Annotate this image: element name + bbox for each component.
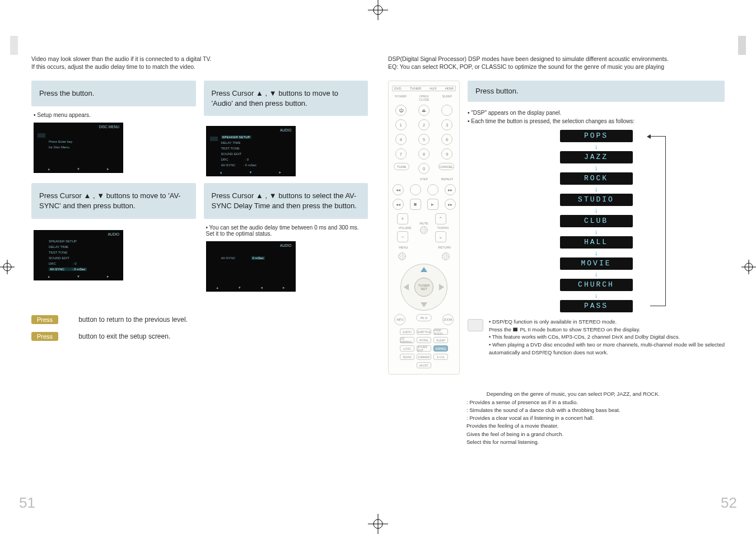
remote-source-row: DVDTUNERAUXHDMI <box>392 86 456 91</box>
dpad-up-icon <box>421 267 427 272</box>
tune-down-icon: ⌄ <box>435 231 446 242</box>
right-columns: DVDTUNERAUXHDMI POWER OPEN/ CLOSE SLEEP … <box>388 81 725 374</box>
step4-box: Press Cursor ▲ , ▼ buttons to select the… <box>204 183 368 218</box>
mode-jazz: JAZZ <box>560 151 633 163</box>
crop-mark-right <box>741 260 756 274</box>
dpad-left-icon <box>404 284 409 291</box>
next-icon: ▸▸ <box>445 184 456 195</box>
dsp-bullets: • "DSP" appears on the display panel. • … <box>468 109 725 125</box>
dsp-mode-flow: POPS↓ JAZZ↓ ROCK↓ STUDIO↓ CLUB↓ HALL↓ MO… <box>535 130 658 312</box>
step3-text-b: button. <box>113 202 136 210</box>
side-tab-right <box>738 36 746 55</box>
return-pill: Press <box>31 315 58 324</box>
step1-text-b: button. <box>72 89 95 97</box>
osd-step2: AUDIO SPEAKER SETUP DELAY TIME TEST TONE… <box>206 126 296 176</box>
right-main: Press button. • "DSP" appears on the dis… <box>468 81 725 374</box>
power-icon: ⏻ <box>395 105 407 116</box>
right-intro-line2: EQ: You can select ROCK, POP, or CLASSIC… <box>388 63 725 71</box>
note-icon <box>468 319 483 331</box>
mode-rock: ROCK <box>560 172 633 185</box>
step4-note: • You can set the audio delay time betwe… <box>206 224 368 237</box>
dpad: TUNER SET <box>400 264 447 311</box>
footer-strip-1: Press button to return to the previous l… <box>31 314 368 325</box>
left-intro: Video may look slower than the audio if … <box>31 55 368 71</box>
step3-box: Press Cursor ▲ , ▼ buttons to move to 'A… <box>31 183 196 218</box>
step4-col: Press Cursor ▲ , ▼ buttons to select the… <box>204 183 368 291</box>
menu-icon <box>398 252 406 260</box>
step2-text-a: Press Cursor ▲ , ▼ buttons to move to 'A… <box>212 89 339 107</box>
right-intro: DSP(Digital Signal Processor) DSP modes … <box>388 55 725 71</box>
prev-icon: ◂◂ <box>393 184 404 195</box>
crop-mark-top <box>368 0 388 20</box>
crop-mark-left <box>0 260 15 274</box>
step2-col: Press Cursor ▲ , ▼ buttons to move to 'A… <box>204 81 368 176</box>
step1-note: • Setup menu appears. <box>34 112 196 118</box>
note-block: DSP/EQ function is only available in STE… <box>468 318 725 357</box>
step2-box: Press Cursor ▲ , ▼ buttons to move to 'A… <box>204 81 368 116</box>
mode-church: CHURCH <box>560 279 633 291</box>
mute-icon <box>420 226 428 234</box>
exit-text: button to exit the setup screen. <box>78 332 170 340</box>
step-grid: Press the button. • Setup menu appears. … <box>31 81 368 291</box>
left-intro-line1: Video may look slower than the audio if … <box>31 55 368 63</box>
step3-col: Press Cursor ▲ , ▼ buttons to move to 'A… <box>31 183 196 291</box>
osd-step3: AUDIO SPEAKER SETUP DELAY TIME TEST TONE… <box>34 230 123 280</box>
flow-arrow-icon: ↓ <box>595 143 598 150</box>
mode-pops: POPS <box>560 130 633 142</box>
vol-down-icon: − <box>397 231 408 242</box>
step1-box: Press the button. <box>31 81 196 106</box>
footer-strip-2: Press button to exit the setup screen. <box>31 331 368 342</box>
rew-icon: ◂◂ <box>393 199 404 210</box>
step1-col: Press the button. • Setup menu appears. … <box>31 81 196 176</box>
mode-definitions: Depending on the genre of music, you can… <box>388 390 725 446</box>
ff-icon: ▸▸ <box>445 199 456 210</box>
mode-movie: MOVIE <box>560 257 633 270</box>
step1-text-a: Press the <box>39 89 72 97</box>
crop-mark-bottom <box>368 514 388 534</box>
remote-bottom-buttons: AUDIO SUBTITLE HDMI AUDIO CD RIPPING NT/… <box>392 329 456 368</box>
return-text: button to return to the previous level. <box>78 316 188 324</box>
play-icon: ▸ <box>427 199 438 210</box>
osd-step4: AUDIO AV-SYNC 0 mSec ▲▼◄► <box>206 241 296 292</box>
osd-step1: DISC MENU Press Enter key for Disc Menu … <box>34 123 123 173</box>
pagenum-right: 52 <box>721 494 737 512</box>
step4-text-b: button. <box>334 202 357 210</box>
right-step1-a: Press <box>475 87 496 95</box>
remote-control-diagram: DVDTUNERAUXHDMI POWER OPEN/ CLOSE SLEEP … <box>388 81 460 374</box>
exit-pill: Press <box>31 332 58 341</box>
mode-studio: STUDIO <box>560 194 633 206</box>
dpad-right-icon <box>439 284 444 291</box>
left-intro-line2: If this occurs, adjust the audio delay t… <box>31 63 368 71</box>
zoom-icon: ZOOM <box>442 314 454 325</box>
page-52: DSP(Digital Signal Processor) DSP modes … <box>378 35 735 500</box>
eject-icon: ⏏ <box>418 105 430 116</box>
step2-text-b: button. <box>285 99 307 107</box>
mode-pass: PASS <box>560 300 633 312</box>
right-step1-b: button. <box>496 87 519 95</box>
vol-up-icon: + <box>397 213 408 224</box>
right-step1: Press button. <box>468 81 725 102</box>
side-tab-left <box>10 36 18 55</box>
dpad-down-icon <box>421 302 427 307</box>
mode-hall: HALL <box>560 236 633 249</box>
flow-line <box>650 136 666 306</box>
stop-icon: ■ <box>410 199 421 210</box>
pagenum-left: 51 <box>19 494 35 512</box>
right-intro-line1: DSP(Digital Signal Processor) DSP modes … <box>388 55 725 63</box>
step3-text-a: Press Cursor ▲ , ▼ buttons to move to 'A… <box>39 191 181 210</box>
return-icon <box>442 252 450 260</box>
info-icon: INFO <box>394 314 405 325</box>
dspeq-button: DSP/EQ <box>433 345 448 352</box>
mode-club: CLUB <box>560 215 633 227</box>
page-51: Video may look slower than the audio if … <box>21 35 378 500</box>
tune-up-icon: ⌃ <box>435 213 446 224</box>
